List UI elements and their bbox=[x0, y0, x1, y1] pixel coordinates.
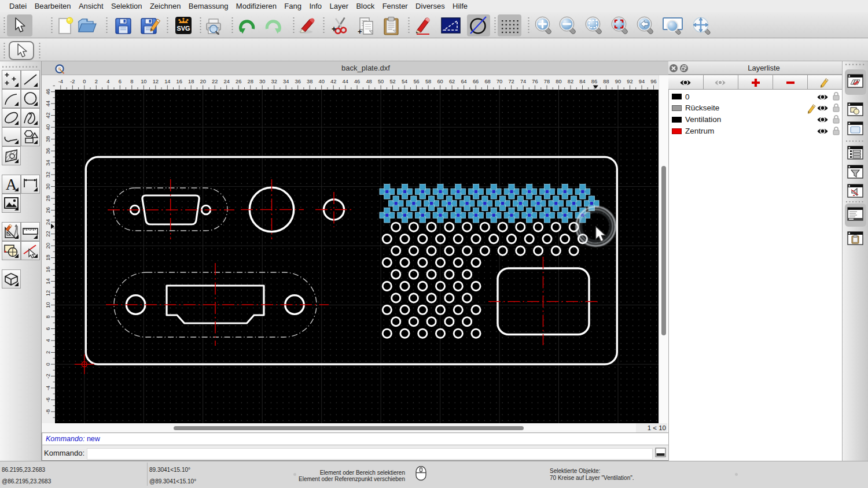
svg-text:4: 4 bbox=[45, 339, 51, 342]
svg-text:26: 26 bbox=[45, 207, 51, 213]
svg-text:74: 74 bbox=[520, 79, 526, 84]
svg-text:16: 16 bbox=[45, 267, 51, 272]
svg-text:72: 72 bbox=[508, 79, 514, 84]
svg-text:44: 44 bbox=[45, 101, 51, 106]
svg-text:34: 34 bbox=[283, 79, 289, 84]
svg-text:46: 46 bbox=[354, 79, 360, 84]
svg-text:30: 30 bbox=[45, 183, 51, 189]
svg-text:34: 34 bbox=[45, 160, 51, 165]
svg-text:A: A bbox=[6, 176, 17, 193]
svg-text:56: 56 bbox=[413, 79, 419, 84]
svg-text:40: 40 bbox=[319, 79, 325, 84]
svg-text:8: 8 bbox=[130, 79, 133, 84]
svg-text:80: 80 bbox=[556, 79, 561, 84]
svg-text:88: 88 bbox=[603, 79, 609, 84]
svg-text:-8: -8 bbox=[45, 409, 51, 414]
svg-text:-2: -2 bbox=[45, 374, 51, 378]
svg-text:70: 70 bbox=[496, 79, 502, 84]
svg-text:22: 22 bbox=[212, 79, 218, 84]
svg-text:28: 28 bbox=[248, 79, 253, 84]
svg-text:30: 30 bbox=[259, 79, 265, 84]
svg-text:-4: -4 bbox=[58, 79, 63, 84]
svg-text:64: 64 bbox=[461, 79, 466, 84]
svg-text:26: 26 bbox=[236, 79, 241, 84]
svg-text:8: 8 bbox=[45, 315, 51, 318]
svg-text:18: 18 bbox=[188, 79, 194, 84]
svg-text:96: 96 bbox=[650, 79, 656, 84]
svg-text:14: 14 bbox=[45, 278, 51, 284]
svg-text:78: 78 bbox=[544, 79, 550, 84]
svg-text:18: 18 bbox=[45, 254, 51, 260]
svg-text:2: 2 bbox=[95, 79, 98, 84]
svg-text:94: 94 bbox=[639, 79, 645, 84]
svg-text:40: 40 bbox=[45, 124, 51, 130]
svg-text:16: 16 bbox=[176, 79, 182, 84]
svg-text:42: 42 bbox=[45, 112, 51, 118]
svg-text:24: 24 bbox=[224, 79, 230, 84]
svg-text:50: 50 bbox=[378, 79, 384, 84]
svg-text:+: + bbox=[332, 24, 336, 34]
svg-text:22: 22 bbox=[45, 231, 51, 236]
svg-text:32: 32 bbox=[45, 172, 51, 178]
svg-text:62: 62 bbox=[449, 79, 455, 84]
svg-text:86: 86 bbox=[591, 79, 597, 84]
svg-text:12: 12 bbox=[45, 290, 51, 296]
svg-text:52: 52 bbox=[389, 79, 395, 84]
svg-text:36: 36 bbox=[295, 79, 301, 84]
svg-text:SVG: SVG bbox=[176, 25, 190, 32]
svg-text:10: 10 bbox=[141, 79, 146, 84]
svg-text:6: 6 bbox=[119, 79, 122, 84]
svg-text:24: 24 bbox=[45, 219, 51, 225]
svg-text:14: 14 bbox=[164, 79, 170, 84]
svg-text:68: 68 bbox=[484, 79, 490, 84]
svg-text:-6: -6 bbox=[45, 397, 51, 402]
svg-text:+: + bbox=[358, 27, 362, 36]
svg-text:20: 20 bbox=[45, 243, 51, 249]
svg-text:6: 6 bbox=[45, 327, 51, 330]
svg-text:32: 32 bbox=[271, 79, 277, 84]
svg-text:4: 4 bbox=[106, 79, 109, 84]
svg-text:0: 0 bbox=[83, 79, 86, 84]
svg-text:92: 92 bbox=[627, 79, 632, 84]
svg-text:-4: -4 bbox=[45, 386, 51, 390]
svg-text:90: 90 bbox=[615, 79, 621, 84]
svg-text:42: 42 bbox=[330, 79, 336, 84]
svg-text:28: 28 bbox=[45, 195, 51, 201]
svg-text:54: 54 bbox=[402, 79, 407, 84]
svg-text:38: 38 bbox=[307, 79, 312, 84]
svg-text:38: 38 bbox=[45, 136, 51, 142]
svg-text:36: 36 bbox=[45, 148, 51, 154]
svg-text:12: 12 bbox=[153, 79, 159, 84]
svg-text:46: 46 bbox=[45, 89, 51, 95]
svg-text:76: 76 bbox=[532, 79, 538, 84]
svg-text:82: 82 bbox=[568, 79, 573, 84]
svg-text:-2: -2 bbox=[70, 79, 75, 84]
svg-text:58: 58 bbox=[425, 79, 431, 84]
svg-text:84: 84 bbox=[579, 79, 585, 84]
svg-text:10: 10 bbox=[45, 302, 51, 308]
svg-text:2: 2 bbox=[45, 351, 51, 354]
svg-text:60: 60 bbox=[437, 79, 443, 84]
svg-text:48: 48 bbox=[366, 79, 372, 84]
svg-text:66: 66 bbox=[473, 79, 479, 84]
svg-text:20: 20 bbox=[200, 79, 206, 84]
svg-text:44: 44 bbox=[343, 79, 348, 84]
svg-text:0: 0 bbox=[45, 363, 51, 365]
